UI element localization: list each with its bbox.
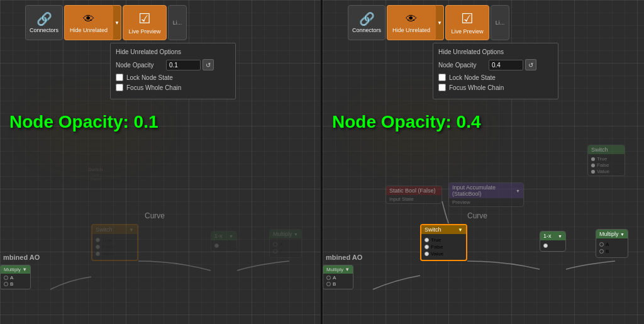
- right-curve-label: Curve: [467, 211, 487, 220]
- right-1x-header: 1-x ▼: [540, 232, 565, 240]
- left-pin-value-dot: [96, 252, 100, 256]
- right-switch-pin-true: True: [425, 237, 463, 243]
- right-lock-node-checkbox[interactable]: [438, 74, 446, 81]
- hide-unrelated-button[interactable]: 👁 Hide Unrelated: [64, 5, 113, 40]
- right-node-opacity-input[interactable]: [489, 60, 523, 70]
- right-li-button[interactable]: Li...: [491, 5, 509, 40]
- right-hide-unrelated-button[interactable]: 👁 Hide Unrelated: [387, 5, 435, 40]
- left-multiply-header: Multiply ▼: [270, 230, 301, 238]
- left-node-opacity-row: Node Opacity ↺: [116, 59, 230, 70]
- right-toolbar: 🔗 Connectors 👁 Hide Unrelated ▼ ☑ Live P…: [348, 5, 509, 40]
- right-lock-node-row: Lock Node State: [438, 74, 553, 81]
- right-panel: 🔗 Connectors 👁 Hide Unrelated ▼ ☑ Live P…: [322, 0, 644, 324]
- right-hide-unrelated-group: 👁 Hide Unrelated ▼: [387, 5, 444, 40]
- hide-unrelated-group: 👁 Hide Unrelated ▼: [64, 5, 121, 40]
- right-opacity-label: Node Opacity: 0.4: [332, 112, 481, 132]
- connectors-button[interactable]: 🔗 Connectors: [25, 5, 63, 40]
- right-1x-pin: [543, 243, 562, 248]
- left-dropdown-panel: Hide Unrelated Options Node Opacity ↺ Lo…: [110, 43, 236, 99]
- right-hide-unrelated-icon: 👁: [406, 13, 417, 26]
- hide-unrelated-icon: 👁: [83, 13, 94, 26]
- left-pin-true-dot: [96, 238, 100, 242]
- left-switch-pin-true: True: [96, 237, 134, 243]
- right-switch-header: Switch ▼: [421, 225, 466, 234]
- left-lock-node-checkbox[interactable]: [116, 74, 123, 81]
- right-1x-body: [540, 240, 565, 251]
- left-dim-text1: Switch · True · False: [88, 167, 103, 181]
- right-dropdown-panel: Hide Unrelated Options Node Opacity ↺ Lo…: [433, 43, 558, 99]
- connectors-icon: 🔗: [36, 11, 52, 26]
- right-pin-true-dot: [425, 238, 429, 242]
- right-bottom-multiply: Multiply ▼ A B: [323, 265, 353, 289]
- left-multiply-pin-a-dot: [273, 242, 277, 247]
- right-multiply-pin-b-dot: [599, 249, 604, 254]
- left-switch-pin-false: False: [96, 244, 134, 250]
- right-connectors-icon: 🔗: [359, 11, 375, 26]
- left-switch-header: Switch ▼: [92, 225, 137, 234]
- right-reset-button[interactable]: ↺: [525, 59, 536, 70]
- hide-unrelated-arrow[interactable]: ▼: [113, 5, 121, 40]
- right-1x-pin-dot: [543, 243, 548, 248]
- right-focus-chain-row: Focus Whole Chain: [438, 84, 553, 91]
- left-dropdown-title: Hide Unrelated Options: [116, 48, 230, 55]
- right-switch-body: True False Value: [421, 234, 466, 260]
- left-multiply-node: Multiply ▼ A B: [269, 229, 302, 258]
- right-multiply-body: A B: [596, 238, 628, 257]
- left-switch-body: True False Value: [92, 234, 137, 260]
- left-1x-pin-dot: [214, 243, 219, 248]
- left-pin-false-dot: [96, 245, 100, 249]
- left-multiply-body: A B: [270, 238, 301, 257]
- left-toolbar: 🔗 Connectors 👁 Hide Unrelated ▼ ☑ Live P…: [25, 5, 187, 40]
- right-switch-pin-value: Value: [425, 251, 463, 257]
- left-1x-header: 1-x ▼: [211, 232, 236, 240]
- right-switch-pin-false: False: [425, 244, 463, 250]
- right-pin-value-dot: [425, 252, 429, 256]
- left-1x-pin: [214, 243, 233, 248]
- right-connectors-button[interactable]: 🔗 Connectors: [348, 5, 386, 40]
- left-focus-chain-label: Focus Whole Chain: [126, 84, 181, 91]
- left-node-opacity-label: Node Opacity: [116, 62, 166, 69]
- right-lock-node-label: Lock Node State: [449, 74, 496, 81]
- right-live-preview-button[interactable]: ☑ Live Preview: [445, 5, 489, 40]
- left-focus-chain-row: Focus Whole Chain: [116, 84, 230, 91]
- right-multiply-header: Multiply ▼: [596, 230, 628, 238]
- left-multiply-pin-a: A: [273, 242, 298, 247]
- left-1x-body: [211, 240, 236, 251]
- right-hide-unrelated-arrow[interactable]: ▼: [435, 5, 444, 40]
- right-combined-ao-label: mbined AO: [326, 254, 362, 261]
- left-opacity-label: Node Opacity: 0.1: [9, 112, 158, 132]
- right-input-accumulate-node: Input Accumulate (StaticBool) ▼ Preview: [448, 182, 524, 207]
- right-multiply-pin-b: B: [599, 249, 625, 254]
- right-dropdown-title: Hide Unrelated Options: [438, 48, 553, 55]
- left-reset-button[interactable]: ↺: [203, 59, 214, 70]
- left-multiply-pin-b: B: [273, 249, 298, 254]
- right-focus-chain-label: Focus Whole Chain: [449, 84, 504, 91]
- right-focus-chain-checkbox[interactable]: [438, 84, 446, 91]
- left-multiply-pin-b-dot: [273, 249, 277, 254]
- live-preview-check-icon: ☑: [138, 11, 151, 27]
- right-pin-false-dot: [425, 245, 429, 249]
- right-1x-node: 1-x ▼: [540, 231, 566, 252]
- left-combined-ao-label: mbined AO: [3, 254, 40, 261]
- left-lock-node-row: Lock Node State: [116, 74, 230, 81]
- right-multiply-node: Multiply ▼ A B: [596, 229, 628, 258]
- right-live-preview-check-icon: ☑: [461, 11, 474, 27]
- right-switch-top-node: Switch True False Value: [587, 145, 625, 176]
- main-container: 🔗 Connectors 👁 Hide Unrelated ▼ ☑ Live P…: [0, 0, 644, 324]
- right-multiply-pin-a: A: [599, 242, 625, 247]
- right-node-opacity-row: Node Opacity ↺: [438, 59, 553, 70]
- left-node-opacity-input[interactable]: [166, 60, 201, 70]
- left-panel: 🔗 Connectors 👁 Hide Unrelated ▼ ☑ Live P…: [0, 0, 322, 324]
- right-multiply-pin-a-dot: [599, 242, 604, 247]
- right-node-opacity-label: Node Opacity: [438, 62, 489, 69]
- left-switch-pin-value: Value: [96, 251, 134, 257]
- left-lock-node-label: Lock Node State: [126, 74, 173, 81]
- live-preview-button[interactable]: ☑ Live Preview: [123, 5, 167, 40]
- left-1x-node: 1-x ▼: [211, 231, 237, 252]
- left-focus-chain-checkbox[interactable]: [116, 84, 123, 91]
- left-curve-label: Curve: [145, 211, 165, 220]
- right-switch-node: Switch ▼ True False Value: [420, 224, 467, 261]
- li-button[interactable]: Li...: [168, 5, 187, 40]
- left-bottom-multiply: Multiply ▼ A B: [0, 265, 31, 289]
- left-switch-node: Switch ▼ True False Value: [91, 224, 138, 261]
